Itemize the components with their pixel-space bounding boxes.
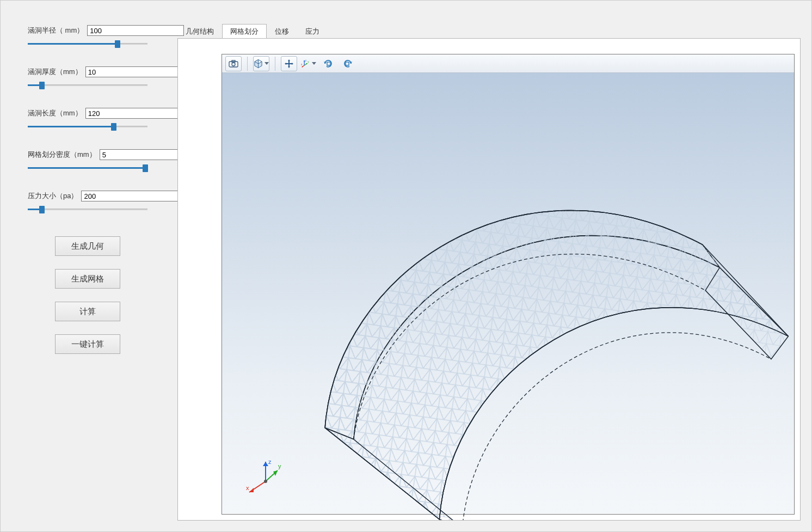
param-pressure-label: 压力大小（pa） [28,191,78,201]
compute-button[interactable]: 计算 [55,302,120,321]
axis-z-label: z [268,458,272,465]
param-radius: 涵洞半径（ mm） [28,25,147,49]
tab-geometry[interactable]: 几何结构 [177,24,222,39]
cube-icon [254,59,263,69]
svg-text:y: y [307,60,309,63]
rotate-ccw-button[interactable] [320,56,336,71]
param-meshsize-slider[interactable] [28,163,147,173]
app-window: 涵洞半径（ mm） 涵洞厚度（mm） 涵洞长度（mm） [0,0,812,532]
tab-displacement[interactable]: 位移 [267,24,297,39]
svg-text:x: x [301,63,303,66]
svg-point-2 [232,63,235,66]
action-buttons: 生成几何 生成网格 计算 一键计算 [28,236,147,354]
param-thickness-input[interactable] [85,66,182,77]
svg-marker-17 [249,488,254,492]
param-thickness-label: 涵洞厚度（mm） [28,67,82,77]
svg-point-22 [264,480,267,483]
axis-x-label: x [246,485,249,491]
param-length-input[interactable] [85,108,182,119]
camera-icon [229,60,238,68]
axes-icon: x y z [301,58,310,69]
param-thickness: 涵洞厚度（mm） [28,66,147,90]
generate-mesh-button[interactable]: 生成网格 [55,269,120,289]
param-length-slider[interactable] [28,122,147,132]
svg-rect-13 [327,62,330,65]
chevron-down-icon [264,62,269,65]
svg-marker-21 [263,462,268,466]
snapshot-button[interactable] [225,56,242,71]
rotate-cw-button[interactable] [340,56,356,71]
generate-geometry-button[interactable]: 生成几何 [55,236,120,256]
rotate-cw-icon [342,58,353,69]
orientation-triad: x y z [244,454,287,498]
param-length: 涵洞长度（mm） [28,108,147,132]
viewport-3d[interactable]: x y z [222,54,795,515]
param-pressure-input[interactable] [81,191,178,201]
tab-stress[interactable]: 应力 [297,24,328,39]
param-meshsize: 网格划分密度（mm） [28,149,147,173]
pan-button[interactable] [281,56,297,71]
main-area: 几何结构 网格划分 位移 应力 [177,25,801,521]
param-pressure: 压力大小（pa） [28,191,147,215]
axis-y-label: y [278,463,281,469]
param-radius-label: 涵洞半径（ mm） [28,26,84,35]
tab-mesh[interactable]: 网格划分 [222,24,267,39]
viewport-toolbar: x y z [222,54,794,73]
chevron-down-icon [312,62,316,65]
param-radius-input[interactable] [87,25,184,36]
svg-text:z: z [305,59,307,62]
move-icon [284,59,294,69]
param-pressure-slider[interactable] [28,205,147,215]
param-thickness-slider[interactable] [28,81,147,90]
view-mode-button[interactable] [253,56,269,71]
axes-button[interactable]: x y z [300,56,317,71]
param-meshsize-label: 网格划分密度（mm） [28,150,96,160]
viewport: x y z [177,38,801,521]
svg-rect-15 [346,62,349,65]
one-click-compute-button[interactable]: 一键计算 [55,334,120,354]
sidebar: 涵洞半径（ mm） 涵洞厚度（mm） 涵洞长度（mm） [28,25,147,354]
param-radius-slider[interactable] [28,39,147,49]
tabs: 几何结构 网格划分 位移 应力 [177,25,801,38]
svg-marker-4 [302,65,303,66]
rotate-ccw-icon [323,58,334,69]
mesh-model [222,73,794,521]
param-length-label: 涵洞长度（mm） [28,108,82,118]
